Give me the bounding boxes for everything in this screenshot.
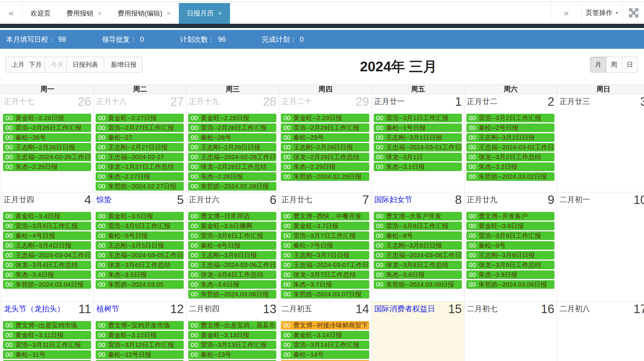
event-item[interactable]: 00朱杰--3.5日报 xyxy=(96,270,184,279)
event-item[interactable]: 00朱杰--3.2日报 xyxy=(466,163,554,171)
event-item[interactable]: 00朱哲皓--2024.03.09日报 xyxy=(466,280,554,289)
event-item[interactable]: 00秦松--2号日报 xyxy=(466,123,554,132)
event-item[interactable]: 00王忠福--2024-03-08工作日报 xyxy=(374,251,462,259)
event-item[interactable]: 00秦松--28号 xyxy=(188,133,276,142)
event-item[interactable]: 00朱哲皓--2024.03.06日报 xyxy=(188,290,276,298)
event-item[interactable]: 00朱杰--2.28日报 xyxy=(188,172,276,181)
event-item[interactable]: 00王志刚--2月29日日报 xyxy=(281,143,369,152)
day-cell[interactable]: 植树节1200曹文博--宝鸡开发市场00黄金旺--3.12日报00雷浩--3月1… xyxy=(94,302,186,361)
event-item[interactable]: 00王忠福--2024-03-02工作日报 xyxy=(466,143,554,152)
event-item[interactable]: 00雷浩--2月26日工作汇报 xyxy=(3,123,91,132)
event-item[interactable]: 00雷浩--2月27日工作汇报 xyxy=(96,123,184,132)
event-item[interactable]: 00秦松--1号日报 xyxy=(374,123,462,132)
event-item[interactable]: 00朱杰--3.8日报 xyxy=(374,270,462,279)
event-item[interactable]: 00张龙--3月8日工作总结 xyxy=(374,261,462,269)
event-item[interactable]: 00雷浩--3月6日工作汇报 xyxy=(188,231,276,240)
tab-item[interactable]: 费用报销(编辑)✕ xyxy=(110,3,179,24)
event-item[interactable]: 00朱杰--2.27日报 xyxy=(96,172,184,181)
tabs-scroll-right-button[interactable]: » xyxy=(551,2,581,24)
event-item[interactable]: 00雷浩--2月28日工作汇报 xyxy=(188,123,276,132)
event-item[interactable]: 00张龙--3月4日工作总结 xyxy=(3,261,91,269)
event-item[interactable]: 00雷浩--3月1日工作汇报 xyxy=(374,114,462,122)
event-item[interactable]: 00王志刚--3月7日日报 xyxy=(281,251,369,259)
event-item[interactable]: 00秦松--6号日报 xyxy=(188,241,276,250)
event-item[interactable]: 00秦松--8号 xyxy=(374,231,462,240)
event-item[interactable]: 00朱杰--3.9日报 xyxy=(466,270,554,279)
event-item[interactable]: 00雷浩--3月11日工作汇报 xyxy=(3,341,91,349)
event-item[interactable]: 00雷浩--3月2日工作汇报 xyxy=(466,114,554,122)
day-cell[interactable]: 二月初一10 xyxy=(557,192,644,302)
day-cell[interactable]: 正月廿九900曹文博--开发客户00黄金旺--3.9日报00雷浩--3月9日工作… xyxy=(465,192,557,302)
event-item[interactable]: 00雷浩--3月5日工作汇报 xyxy=(96,222,184,230)
event-item[interactable]: 00王志刚--3月1日日报 xyxy=(374,133,462,142)
event-item[interactable]: 00王忠福--2024-03-06工作日报 xyxy=(188,261,276,269)
event-item[interactable]: 00朱杰--3.1日报 xyxy=(374,163,462,171)
day-cell[interactable]: 惊蛰500黄金旺--3.5日报00雷浩--3月5日工作汇报00秦松--5号日报0… xyxy=(94,192,186,302)
event-item[interactable]: 00王志刚--3月6日日报 xyxy=(188,251,276,259)
event-item[interactable]: 00张龙--1月27日工作总结 xyxy=(96,163,184,171)
event-item[interactable]: 00朱杰--2.26日报 xyxy=(3,163,91,171)
tab-close-icon[interactable]: ✕ xyxy=(97,10,102,17)
event-item[interactable]: 00曹文博--西快，中餐开发 xyxy=(281,212,369,220)
event-item[interactable]: 00王志刚--3月9日日报 xyxy=(466,251,554,259)
event-item[interactable]: 00黄金旺--2.26日报 xyxy=(3,114,91,122)
event-item[interactable]: 00黄金旺--2.28日报 xyxy=(188,114,276,122)
event-item[interactable]: 00雷浩--3月9日工作汇报 xyxy=(466,231,554,240)
event-item[interactable]: 00张龙--3月7日工作总结 xyxy=(281,270,369,279)
event-item[interactable]: 00雷浩--2月29日工作汇报 xyxy=(281,123,369,132)
event-item[interactable]: 00曹文博--出差宝鸡，眉县市场 xyxy=(188,321,276,330)
event-item[interactable]: 00王忠福--2024-03-05工作日报 xyxy=(96,251,184,259)
event-item[interactable]: 00黄金旺--3.14日报 xyxy=(281,331,369,339)
event-item[interactable]: 00秦松--7号日报 xyxy=(281,241,369,250)
event-item[interactable]: 00秦松--12号日报 xyxy=(96,350,184,359)
event-item[interactable]: 00张龙--3月2日工作总结 xyxy=(466,153,554,161)
event-item[interactable]: 00朱哲皓--2024.03.02日报 xyxy=(466,172,554,181)
event-item[interactable]: 00王志刚--2月28日日报 xyxy=(188,143,276,152)
day-cell[interactable]: 二月初四1300曹文博--出差宝鸡，眉县市场00黄金旺--3.13日报00雷浩-… xyxy=(186,302,279,361)
event-item[interactable]: 00朱哲皓--2024.03.08日报 xyxy=(374,280,462,289)
event-item[interactable]: 00曹文博--日常拜访 xyxy=(188,212,276,220)
event-item[interactable]: 00秦松--11号 xyxy=(3,350,91,359)
event-item[interactable]: 00朱杰--3.4日报 xyxy=(3,270,91,279)
event-item[interactable]: 00曹文博--宝鸡开发市场 xyxy=(96,321,184,330)
event-item[interactable]: 00张龙--3月6日工作总结 xyxy=(96,261,184,269)
event-item[interactable]: 00曹文博--对接冷味鲜商贸下 xyxy=(281,321,369,330)
event-item[interactable]: 00王忠福--2024-03-01工作日报 xyxy=(374,143,462,152)
event-item[interactable]: 00秦松--29号 xyxy=(281,133,369,142)
tabs-scroll-left-button[interactable]: « xyxy=(0,2,23,24)
day-cell[interactable]: 正月十八2700黄金旺--2.27日报00雷浩--2月27日工作汇报00秦松--… xyxy=(94,94,186,192)
event-item[interactable]: 00黄金旺--2.27日报 xyxy=(96,114,184,122)
event-item[interactable]: 00秦松--13号 xyxy=(188,350,276,359)
event-item[interactable]: 00黄金旺--3.5日报 xyxy=(96,212,184,220)
event-item[interactable]: 00黄金旺--3.13日报 xyxy=(188,331,276,339)
day-cell[interactable]: 正月廿一100雷浩--3月1日工作汇报00秦松--1号日报00王志刚--3月1日… xyxy=(372,94,465,192)
event-item[interactable]: 00秦松--5号日报 xyxy=(96,231,184,240)
day-cell[interactable]: 二月初五1400曹文博--对接冷味鲜商贸下00黄金旺--3.14日报00雷浩--… xyxy=(279,302,372,361)
event-item[interactable]: 00雷浩--3月4日工作汇报 xyxy=(3,222,91,230)
tab-active[interactable]: 日报月历✕ xyxy=(179,3,230,24)
event-item[interactable]: 00秦松--26号 xyxy=(3,133,91,142)
event-item[interactable]: 00曹文博--大客户开发 xyxy=(374,212,462,220)
tab-item[interactable]: 欢迎页 xyxy=(23,3,58,24)
event-item[interactable]: 00王忠福--2024-02-27 xyxy=(96,153,184,161)
event-item[interactable]: 00王忠福--2024-03-07工作日报 xyxy=(281,261,369,269)
fullscreen-button[interactable] xyxy=(623,2,644,24)
event-item[interactable]: 00张龙--3月9日工作总结 xyxy=(466,261,554,269)
event-item[interactable]: 00王忠福--2024-02-28工作日报 xyxy=(188,153,276,161)
event-item[interactable]: 00雷浩--3月7日工作汇报 xyxy=(281,231,369,240)
event-item[interactable]: 00秦松--4号日报 xyxy=(3,231,91,240)
event-item[interactable]: 00王志刚--3月5日日报 xyxy=(96,241,184,250)
day-cell[interactable]: 正月廿六600曹文博--日常拜访00黄金旺--3.6日播啊00雷浩--3月6日工… xyxy=(186,192,279,302)
event-item[interactable]: 00秦松--14号 xyxy=(281,350,369,359)
day-cell[interactable]: 龙头节（龙抬头）1100曹文博--出差宝鸡市场00黄金旺--3.11日报00雷浩… xyxy=(1,302,94,361)
event-item[interactable]: 00王志刚--2月27日日报 xyxy=(96,143,184,152)
day-cell[interactable]: 正月廿二200雷浩--3月2日工作汇报00秦松--2号日报00王志刚--3月2日… xyxy=(465,94,557,192)
day-cell[interactable]: 正月廿四400黄金旺--3.4日报00雷浩--3月4日工作汇报00秦松--4号日… xyxy=(1,192,94,302)
daily-report-list-button[interactable]: 日报列表 xyxy=(66,57,104,73)
event-item[interactable]: 00张龙--2月29日工作总结 xyxy=(281,153,369,161)
event-item[interactable]: 00曹文博--出差宝鸡市场 xyxy=(3,321,91,330)
event-item[interactable]: 00王志刚--2月26日日报 xyxy=(3,143,91,152)
day-cell[interactable]: 正月廿七700曹文博--西快，中餐开发00黄金旺--3.7日报00雷浩--3月7… xyxy=(279,192,372,302)
event-item[interactable]: 00雷浩--3月8日工作汇报 xyxy=(374,222,462,230)
event-item[interactable]: 00朱哲皓--2024.03.04日报 xyxy=(3,280,91,289)
